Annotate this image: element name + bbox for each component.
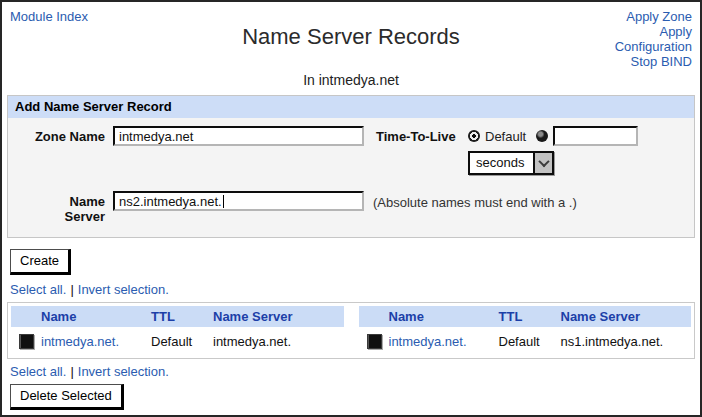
add-record-form: Zone Name intmedya.net Time-To-Live Defa… (8, 118, 694, 237)
zone-name-label: Zone Name (25, 126, 105, 144)
ttl-unit-value: seconds (470, 153, 533, 173)
select-dropdown-button[interactable] (533, 153, 552, 173)
table-header-row: Name TTL Name Server (359, 306, 692, 327)
ttl-default-label: Default (485, 129, 526, 144)
apply-zone-link[interactable]: Apply Zone (615, 9, 692, 24)
table-header-row: Name TTL Name Server (11, 306, 344, 327)
zone-subtitle: In intmedya.net (2, 72, 700, 88)
name-server-label: Name Server (25, 191, 105, 224)
absolute-name-hint: (Absolute names must end with a .) (373, 191, 577, 210)
select-all-link[interactable]: Select all. (10, 364, 66, 379)
text-caret (223, 195, 224, 208)
ttl-unit-select[interactable]: seconds (468, 151, 554, 175)
delete-selected-button[interactable]: Delete Selected (10, 384, 124, 410)
col-ttl: TTL (151, 309, 213, 324)
panel-title: Add Name Server Record (8, 96, 694, 118)
ttl-custom-radio[interactable] (536, 130, 548, 142)
selection-links-bottom: Select all.|Invert selection. (10, 364, 700, 379)
record-server: intmedya.net. (213, 334, 344, 349)
module-index-link[interactable]: Module Index (10, 9, 88, 24)
table-row: intmedya.net. Default intmedya.net. (11, 327, 344, 355)
invert-selection-link[interactable]: Invert selection. (78, 364, 169, 379)
ttl-label: Time-To-Live (376, 126, 464, 144)
webmin-bind-page: Module Index Apply Zone Apply Configurat… (0, 0, 702, 417)
add-record-panel: Add Name Server Record Zone Name intmedy… (7, 95, 695, 238)
records-table-left: Name TTL Name Server intmedya.net. Defau… (11, 306, 344, 355)
selection-links-top: Select all.|Invert selection. (10, 282, 700, 297)
top-right-links: Apply Zone Apply Configuration Stop BIND (615, 9, 692, 69)
link-separator: | (70, 364, 73, 379)
apply-link[interactable]: Apply (615, 24, 692, 39)
row-checkbox[interactable] (19, 334, 34, 349)
name-server-value: ns2.intmedya.net. (119, 194, 222, 209)
col-name: Name (389, 309, 499, 324)
record-name-link[interactable]: intmedya.net. (389, 334, 499, 349)
records-tables: Name TTL Name Server intmedya.net. Defau… (7, 302, 695, 359)
zone-ttl-row: Zone Name intmedya.net Time-To-Live Defa… (25, 126, 684, 175)
col-name-server: Name Server (213, 309, 344, 324)
record-name-link[interactable]: intmedya.net. (41, 334, 151, 349)
record-ttl: Default (499, 334, 561, 349)
ttl-controls: Default seconds (468, 126, 638, 175)
zone-name-input[interactable]: intmedya.net (113, 126, 364, 146)
records-table-right: Name TTL Name Server intmedya.net. Defau… (359, 306, 692, 355)
record-ttl: Default (151, 334, 213, 349)
select-all-link[interactable]: Select all. (10, 282, 66, 297)
record-server: ns1.intmedya.net. (561, 334, 692, 349)
col-name-server: Name Server (561, 309, 692, 324)
create-button[interactable]: Create (10, 249, 71, 275)
name-server-row: Name Server ns2.intmedya.net. (Absolute … (25, 191, 684, 224)
table-row: intmedya.net. Default ns1.intmedya.net. (359, 327, 692, 355)
ttl-value-input[interactable] (553, 126, 638, 146)
zone-name-value: intmedya.net (119, 129, 193, 144)
chevron-down-icon (538, 156, 549, 167)
invert-selection-link[interactable]: Invert selection. (78, 282, 169, 297)
col-name: Name (41, 309, 151, 324)
link-separator: | (70, 282, 73, 297)
ttl-default-radio[interactable] (468, 130, 480, 142)
stop-bind-link[interactable]: Stop BIND (615, 54, 692, 69)
name-server-input[interactable]: ns2.intmedya.net. (113, 191, 364, 211)
page-title: Name Server Records (2, 2, 700, 50)
configuration-link[interactable]: Configuration (615, 39, 692, 54)
row-checkbox[interactable] (367, 334, 382, 349)
col-ttl: TTL (499, 309, 561, 324)
